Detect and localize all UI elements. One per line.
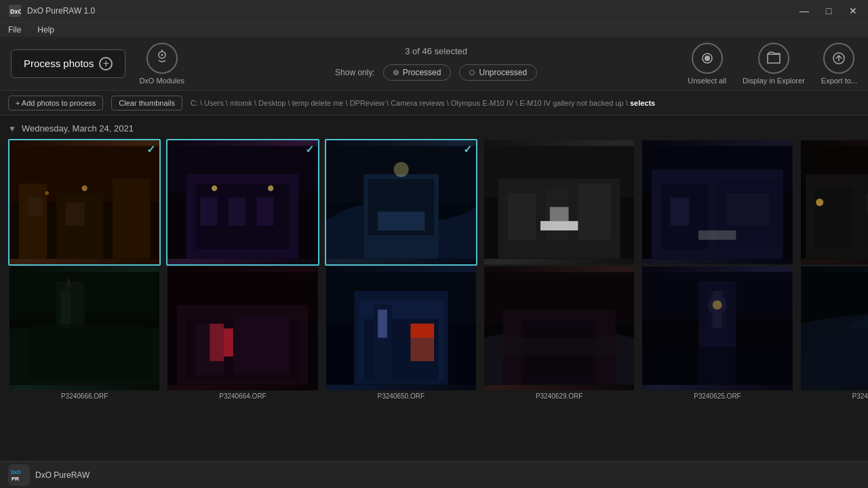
svg-rect-10 bbox=[19, 184, 47, 259]
svg-rect-46 bbox=[727, 193, 769, 226]
export-to-label: Export to... bbox=[821, 77, 857, 85]
processed-filter-button[interactable]: Processed bbox=[383, 64, 452, 81]
display-in-explorer-button[interactable]: Display in Explorer bbox=[743, 43, 805, 85]
photo-item[interactable]: ✓ P3240672.ORF bbox=[325, 139, 477, 266]
photo-filename: P3240625.ORF bbox=[642, 390, 792, 402]
svg-text:PR: PR bbox=[12, 476, 19, 482]
photo-item[interactable]: P3240625.ORF bbox=[641, 265, 793, 392]
svg-rect-13 bbox=[28, 198, 43, 217]
close-button[interactable]: ✕ bbox=[846, 5, 860, 16]
dxo-modules-button[interactable]: DxO Modules bbox=[139, 43, 184, 85]
photo-item[interactable]: P3240669.ORF bbox=[641, 139, 793, 266]
unprocessed-filter-label: Unprocessed bbox=[479, 68, 527, 77]
svg-point-5 bbox=[705, 56, 710, 61]
unselect-all-button[interactable]: Unselect all bbox=[688, 43, 726, 85]
svg-point-30 bbox=[393, 162, 408, 177]
photo-filename: P3240666.ORF bbox=[9, 390, 159, 402]
main-toolbar: Process photos + DxO Modules 3 of 46 sel… bbox=[0, 37, 868, 91]
photo-filename: P3240650.ORF bbox=[326, 390, 476, 402]
status-logo-icon: DxO PR bbox=[8, 464, 30, 486]
svg-rect-94 bbox=[642, 347, 792, 384]
svg-rect-68 bbox=[233, 314, 290, 375]
svg-rect-14 bbox=[66, 202, 85, 226]
svg-rect-85 bbox=[484, 338, 634, 357]
dxo-modules-label: DxO Modules bbox=[139, 77, 184, 85]
unselect-all-label: Unselect all bbox=[688, 77, 726, 85]
photo-item[interactable]: P3240670.ORF bbox=[483, 139, 635, 266]
display-in-explorer-icon bbox=[758, 43, 789, 74]
clear-thumbnails-button[interactable]: Clear thumbnails bbox=[111, 96, 182, 110]
svg-point-3 bbox=[161, 54, 163, 56]
svg-point-16 bbox=[45, 191, 50, 195]
minimize-button[interactable]: — bbox=[797, 5, 811, 16]
date-group-label: Wednesday, March 24, 2021 bbox=[22, 123, 134, 134]
svg-rect-69 bbox=[224, 328, 233, 356]
menu-item-file[interactable]: File bbox=[5, 24, 24, 36]
svg-rect-47 bbox=[698, 230, 736, 240]
svg-rect-79 bbox=[410, 324, 434, 338]
processed-filter-label: Processed bbox=[403, 68, 441, 77]
status-app-name: DxO PureRAW bbox=[35, 470, 90, 480]
breadcrumb: C: \ Users \ mtomk \ Desktop \ temp dele… bbox=[191, 99, 860, 107]
show-only-label: Show only: bbox=[335, 68, 375, 77]
right-toolbar: Unselect all Display in Explorer Export … bbox=[688, 43, 857, 85]
svg-rect-52 bbox=[862, 179, 868, 249]
export-to-button[interactable]: Export to... bbox=[821, 43, 857, 85]
photo-item[interactable]: P3240629.ORF bbox=[483, 265, 635, 392]
main-content: ▼ Wednesday, March 24, 2021 ✓ P32 bbox=[0, 115, 868, 461]
clear-thumbnails-label: Clear thumbnails bbox=[119, 99, 175, 107]
processed-dot-icon bbox=[393, 70, 399, 75]
svg-point-24 bbox=[212, 186, 217, 191]
svg-rect-12 bbox=[113, 179, 150, 259]
photo-filename: P3240619.ORF bbox=[801, 390, 868, 402]
svg-rect-35 bbox=[508, 193, 536, 240]
svg-point-53 bbox=[816, 199, 823, 206]
show-only-area: 3 of 46 selected Show only: Processed Un… bbox=[198, 46, 674, 81]
add-photos-label: + Add photos to process bbox=[16, 99, 96, 107]
date-group-arrow-icon[interactable]: ▼ bbox=[8, 124, 16, 134]
svg-rect-60 bbox=[66, 286, 70, 323]
svg-rect-38 bbox=[540, 221, 578, 230]
process-photos-plus-icon: + bbox=[99, 57, 113, 70]
selected-count-text: 3 of 46 selected bbox=[405, 46, 467, 56]
photo-item[interactable]: P3240619.ORF bbox=[800, 265, 868, 392]
app-logo-icon: DxO bbox=[8, 4, 22, 18]
process-photos-button[interactable]: Process photos + bbox=[11, 49, 125, 78]
unprocessed-filter-button[interactable]: Unprocessed bbox=[459, 64, 537, 81]
svg-rect-37 bbox=[578, 184, 610, 240]
photo-item[interactable]: P3240650.ORF bbox=[325, 265, 477, 392]
photo-item[interactable]: P3240666.ORF bbox=[8, 265, 161, 392]
add-photos-button[interactable]: + Add photos to process bbox=[8, 96, 103, 110]
photo-item[interactable]: P3240668.ORF bbox=[800, 139, 868, 266]
date-group-header: ▼ Wednesday, March 24, 2021 bbox=[8, 115, 860, 139]
status-logo: DxO PR DxO PureRAW bbox=[8, 464, 90, 486]
photo-filename: P3240629.ORF bbox=[484, 390, 634, 402]
svg-point-15 bbox=[82, 186, 87, 191]
svg-rect-99 bbox=[801, 328, 868, 384]
svg-rect-45 bbox=[671, 198, 690, 226]
svg-rect-39 bbox=[550, 207, 569, 221]
photo-grid-row1: ✓ P3240675.ORF ✓ P3240674.ORF bbox=[8, 139, 860, 254]
display-in-explorer-label: Display in Explorer bbox=[743, 77, 805, 85]
title-bar: DxO DxO PureRAW 1.0 — □ ✕ bbox=[0, 0, 868, 22]
photo-filename: P3240664.ORF bbox=[167, 390, 317, 402]
svg-text:DxO: DxO bbox=[10, 8, 21, 15]
svg-rect-21 bbox=[201, 198, 218, 226]
svg-rect-22 bbox=[229, 198, 245, 226]
dxo-modules-icon bbox=[146, 43, 178, 74]
app-title: DxO PureRAW 1.0 bbox=[27, 6, 95, 16]
secondary-toolbar: + Add photos to process Clear thumbnails… bbox=[0, 91, 868, 115]
selected-checkmark-icon: ✓ bbox=[146, 143, 155, 156]
photo-item[interactable]: ✓ P3240674.ORF bbox=[166, 139, 319, 266]
maximize-button[interactable]: □ bbox=[822, 5, 835, 16]
unprocessed-dot-icon bbox=[469, 70, 475, 75]
menu-bar: File Help bbox=[0, 22, 868, 37]
svg-rect-31 bbox=[378, 211, 425, 230]
filter-row: Show only: Processed Unprocessed bbox=[335, 64, 537, 81]
menu-item-help[interactable]: Help bbox=[35, 24, 57, 36]
svg-rect-70 bbox=[210, 324, 224, 361]
photo-item[interactable]: ✓ P3240675.ORF bbox=[8, 139, 161, 266]
photo-item[interactable]: P3240664.ORF bbox=[166, 265, 319, 392]
svg-rect-51 bbox=[814, 188, 852, 249]
process-photos-label: Process photos bbox=[24, 58, 94, 69]
